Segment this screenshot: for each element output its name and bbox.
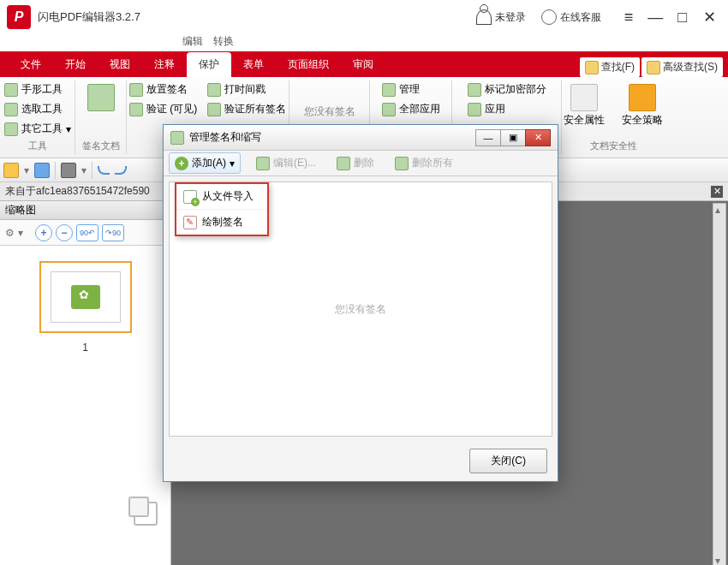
gear-icon[interactable]: ⚙ [5,227,15,239]
thumbnail-image [51,271,121,323]
chevron-down-icon: ▾ [230,158,235,170]
manage-signatures-dialog: 管理签名和缩写 — ▣ ✕ + 添加(A) ▾ 编辑(E)... 删除 删除所有… [163,124,558,482]
clock-icon [207,83,221,97]
import-from-file-item[interactable]: 从文件导入 [176,184,267,210]
document-close-button[interactable]: ✕ [711,186,723,198]
mark-icon [468,83,481,97]
print-icon[interactable] [61,163,76,178]
tab-organize[interactable]: 页面组织 [276,52,341,77]
zoom-in-button[interactable]: + [35,224,52,241]
manage-icon [382,83,396,97]
undo-icon[interactable] [98,166,110,175]
find-button[interactable]: 查找(F) [580,57,640,77]
smile-icon [541,9,557,25]
tab-comment[interactable]: 注释 [142,52,187,77]
tab-protect[interactable]: 保护 [187,52,231,77]
menu-edit[interactable]: 编辑 [182,34,203,51]
other-tools[interactable]: 其它工具▾ [1,120,75,138]
redo-icon[interactable] [115,166,127,175]
security-policy[interactable]: 安全策略 [615,80,670,131]
hand-icon [4,83,18,97]
verify-all[interactable]: 验证所有签名 [204,100,289,118]
advanced-find-button[interactable]: 高级查找(S) [641,57,723,77]
delete-all-button[interactable]: 删除所有 [390,153,458,173]
menu-convert[interactable]: 转换 [213,34,234,51]
rotate-cw-button[interactable]: ↷90 [102,224,124,241]
tab-file[interactable]: 文件 [9,52,53,77]
sign-document[interactable] [81,80,122,115]
tab-view[interactable]: 视图 [98,52,142,77]
page-thumbnail-1[interactable] [39,261,132,333]
open-icon[interactable] [3,163,19,178]
no-signature-label: 您没有签名 [304,104,355,119]
group-label-tools: 工具 [28,140,47,154]
signature-doc-icon [87,84,115,111]
apply-all[interactable]: 全部应用 [379,100,444,118]
login-label: 未登录 [495,10,526,25]
find-icon [585,61,599,74]
tab-review[interactable]: 审阅 [341,52,385,77]
minimize-button[interactable]: — [643,9,667,27]
vertical-scrollbar[interactable] [713,203,726,565]
verify-icon [129,103,143,116]
delete-icon [337,157,350,170]
tab-start[interactable]: 开始 [53,52,98,77]
apply-all-icon [382,103,396,116]
add-signature-button[interactable]: + 添加(A) ▾ [169,152,241,174]
document-filename: 来自于afc1ea8376515472fe590 [5,184,150,199]
verify-visible[interactable]: 验证 (可见) [126,100,200,118]
apply-redaction[interactable]: 应用 [464,100,550,118]
zoom-out-button[interactable]: − [56,224,73,241]
edit-icon [256,157,270,170]
plus-icon: + [175,157,188,170]
select-icon [4,103,18,116]
mark-redaction[interactable]: 标记加密部分 [464,80,550,98]
dialog-close-button[interactable]: ✕ [525,129,551,146]
service-label: 在线客服 [560,10,601,25]
rotate-ccw-button[interactable]: 90↶ [76,224,98,241]
doc-icon [570,84,598,111]
dialog-close-footer-button[interactable]: 关闭(C) [469,449,547,473]
place-signature[interactable]: 放置签名 [126,80,200,98]
select-tool[interactable]: 选取工具 [1,100,75,118]
group-label-security: 文档安全性 [590,140,637,154]
chevron-down-icon: ▾ [66,123,71,135]
app-logo: P [7,5,31,29]
menu-icon[interactable]: ≡ [617,9,641,27]
group-label-sigdoc: 签名文档 [82,140,120,154]
dialog-maximize-button[interactable]: ▣ [500,129,526,146]
online-service-button[interactable]: 在线客服 [541,9,601,25]
draw-signature-item[interactable]: 绘制签名 [176,210,267,235]
import-icon [183,190,197,204]
delete-all-icon [395,157,409,170]
tab-form[interactable]: 表单 [231,52,276,77]
dialog-icon [170,131,184,145]
place-sig-icon [129,83,143,97]
edit-signature-button[interactable]: 编辑(E)... [251,153,321,173]
adv-find-icon [647,61,660,74]
save-icon[interactable] [34,163,50,178]
timestamp[interactable]: 打时间戳 [204,80,289,98]
empty-state-label: 您没有签名 [335,302,386,317]
chevron-down-icon[interactable]: ▾ [81,164,87,176]
person-icon [476,9,492,25]
chevron-down-icon[interactable]: ▾ [24,164,29,176]
manage-signatures[interactable]: 管理 [379,80,444,98]
copy-icon[interactable] [134,502,158,526]
login-button[interactable]: 未登录 [476,9,526,25]
add-signature-menu: 从文件导入 绘制签名 [175,182,269,236]
delete-signature-button[interactable]: 删除 [331,153,379,173]
security-attributes[interactable]: 安全属性 [557,80,612,131]
verify-all-icon [207,103,221,116]
apply-icon [468,103,481,116]
maximize-button[interactable]: □ [671,9,695,27]
app-title: 闪电PDF编辑器3.2.7 [38,9,140,25]
dialog-title: 管理签名和缩写 [189,130,261,145]
hand-tool[interactable]: 手形工具 [1,80,75,98]
draw-icon [183,216,197,229]
close-button[interactable]: ✕ [697,8,721,27]
dialog-minimize-button[interactable]: — [475,129,501,146]
thumbnails-header: 缩略图 [5,203,36,217]
page-number-label: 1 [15,342,155,354]
wrench-icon [4,122,18,136]
